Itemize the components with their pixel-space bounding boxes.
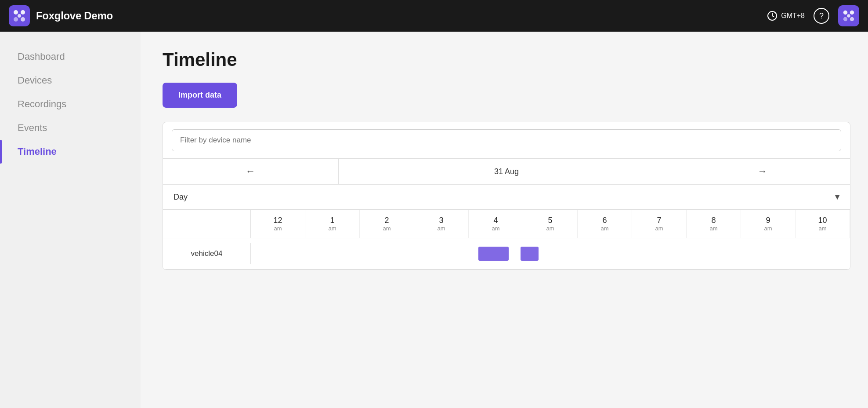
sidebar-item-label: Devices	[18, 75, 52, 86]
header-right: GMT+8 ?	[767, 5, 859, 26]
svg-point-0	[14, 10, 18, 15]
app-title: Foxglove Demo	[36, 10, 113, 22]
sidebar-item-label: Dashboard	[18, 51, 65, 62]
right-arrow-icon: →	[758, 166, 767, 177]
device-label-col-header	[163, 210, 251, 238]
left-arrow-icon: ←	[246, 166, 255, 177]
header-left: Foxglove Demo	[9, 5, 113, 26]
time-col-4am: 4am	[469, 210, 523, 238]
sidebar-item-timeline[interactable]: Timeline	[0, 140, 141, 164]
timezone-button[interactable]: GMT+8	[767, 11, 805, 21]
table-row: vehicle04	[163, 238, 850, 270]
time-col-5am: 5am	[523, 210, 578, 238]
sidebar-item-recordings[interactable]: Recordings	[0, 92, 141, 116]
time-col-7am: 7am	[632, 210, 687, 238]
svg-point-2	[14, 17, 18, 22]
time-header-row: 12am 1am 2am 3am 4am 5am 6am 7am 8am 9am…	[163, 210, 850, 238]
app-header: Foxglove Demo GMT+8 ?	[0, 0, 868, 32]
time-columns: 12am 1am 2am 3am 4am 5am 6am 7am 8am 9am…	[251, 210, 850, 238]
user-avatar[interactable]	[838, 5, 859, 26]
app-logo	[9, 5, 30, 26]
help-button[interactable]: ?	[814, 8, 829, 24]
next-date-button[interactable]: →	[675, 159, 850, 184]
view-select[interactable]: Day Week Month	[163, 185, 850, 209]
svg-point-9	[850, 17, 854, 21]
svg-point-7	[850, 11, 854, 15]
sidebar-item-label: Recordings	[18, 98, 66, 110]
time-col-2am: 2am	[360, 210, 414, 238]
date-nav-row: ← 31 Aug →	[163, 159, 850, 185]
svg-point-4	[18, 14, 21, 18]
import-data-button[interactable]: Import data	[163, 83, 237, 108]
prev-date-button[interactable]: ←	[163, 159, 339, 184]
help-icon: ?	[819, 11, 824, 21]
time-col-1am: 1am	[305, 210, 360, 238]
clock-icon	[767, 11, 778, 21]
page-title: Timeline	[163, 49, 850, 70]
sidebar: Dashboard Devices Recordings Events Time…	[0, 32, 141, 408]
svg-point-3	[21, 17, 25, 22]
sidebar-item-label: Timeline	[18, 146, 57, 157]
view-selector-row: Day Week Month ▼	[163, 185, 850, 210]
device-filter-input[interactable]	[172, 129, 841, 151]
timeline-panel: ← 31 Aug → Day Week Month ▼	[163, 122, 850, 270]
sidebar-item-label: Events	[18, 122, 47, 134]
recording-bar[interactable]	[521, 247, 539, 261]
timeline-grid: 12am 1am 2am 3am 4am 5am 6am 7am 8am 9am…	[163, 210, 850, 270]
time-col-8am: 8am	[687, 210, 741, 238]
svg-point-6	[843, 11, 847, 15]
recordings-area	[251, 238, 850, 269]
time-col-10am: 10am	[796, 210, 850, 238]
sidebar-item-events[interactable]: Events	[0, 116, 141, 140]
main-layout: Dashboard Devices Recordings Events Time…	[0, 32, 868, 408]
main-content: Timeline Import data ← 31 Aug → Day	[141, 32, 868, 408]
sidebar-item-dashboard[interactable]: Dashboard	[0, 45, 141, 69]
time-col-6am: 6am	[578, 210, 632, 238]
sidebar-item-devices[interactable]: Devices	[0, 69, 141, 92]
date-label: 31 Aug	[339, 159, 675, 184]
filter-row	[163, 122, 850, 159]
time-col-9am: 9am	[741, 210, 796, 238]
recording-bar[interactable]	[478, 247, 508, 261]
timezone-label: GMT+8	[781, 12, 805, 20]
svg-point-1	[21, 10, 25, 15]
device-name: vehicle04	[163, 243, 251, 264]
svg-point-8	[843, 17, 847, 21]
time-col-12am: 12am	[251, 210, 305, 238]
svg-point-10	[847, 14, 850, 18]
time-col-3am: 3am	[414, 210, 469, 238]
